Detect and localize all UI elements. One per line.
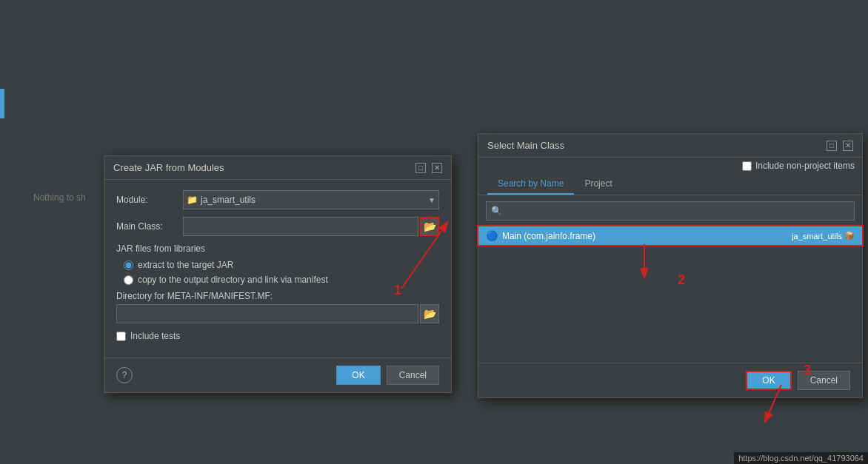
- main-class-ok-btn[interactable]: OK: [746, 371, 791, 390]
- jar-ok-btn[interactable]: OK: [336, 366, 380, 385]
- module-label: Module:: [116, 195, 183, 205]
- non-project-row: Include non-project items: [478, 158, 862, 171]
- main-class-dialog-title: Select Main Class: [487, 140, 564, 151]
- module-select[interactable]: 📁 ja_smart_utils ▼: [183, 190, 439, 209]
- tab-project[interactable]: Project: [574, 174, 622, 195]
- main-class-title-bar: Select Main Class □ ✕: [478, 134, 862, 158]
- module-badge-icon: 📦: [844, 231, 855, 241]
- search-icon: 🔍: [491, 206, 502, 216]
- main-class-input-wrap: 📂: [183, 217, 439, 236]
- results-list: 🔵 Main (com.jainfo.frame) ja_smart_utils…: [478, 226, 862, 360]
- radio-extract-label: extract to the target JAR: [138, 260, 233, 270]
- main-class-browse-btn[interactable]: 📂: [420, 217, 439, 236]
- blue-accent: [0, 89, 4, 118]
- main-class-input[interactable]: [183, 217, 418, 236]
- module-badge: ja_smart_utils 📦: [792, 231, 855, 241]
- jar-dialog-body: Module: 📁 ja_smart_utils ▼ Main Class: 📂…: [104, 180, 451, 357]
- module-badge-text: ja_smart_utils: [792, 232, 842, 241]
- dir-input[interactable]: [116, 304, 418, 323]
- include-tests-row: Include tests: [116, 331, 439, 341]
- tab-search-by-name[interactable]: Search by Name: [487, 174, 574, 195]
- jar-dialog-footer: ? OK Cancel: [104, 357, 451, 392]
- dir-label: Directory for META-INF/MANIFEST.MF:: [116, 291, 439, 301]
- main-class-maximize[interactable]: □: [827, 141, 837, 151]
- class-icon: 🔵: [486, 230, 498, 241]
- annotation-num3: 3: [804, 363, 811, 378]
- module-row: Module: 📁 ja_smart_utils ▼: [116, 190, 439, 209]
- module-dropdown-arrow: ▼: [428, 196, 435, 204]
- non-project-checkbox[interactable]: [742, 161, 752, 171]
- jar-dialog-title: Create JAR from Modules: [113, 162, 224, 173]
- radio-group: extract to the target JAR copy to the ou…: [124, 260, 439, 285]
- radio-copy[interactable]: [124, 275, 133, 285]
- browse-folder-icon: 📂: [424, 221, 436, 232]
- dir-browse-icon: 📂: [424, 308, 436, 320]
- radio-extract-row: extract to the target JAR: [124, 260, 439, 270]
- result-item-main[interactable]: 🔵 Main (com.jainfo.frame) ja_smart_utils…: [478, 226, 862, 245]
- nothing-text: Nothing to sh: [33, 192, 86, 203]
- main-class-dialog-controls: □ ✕: [827, 141, 853, 151]
- jar-dialog-maximize[interactable]: □: [415, 163, 426, 173]
- jar-dialog-close[interactable]: ✕: [432, 163, 442, 173]
- jar-dialog-controls: □ ✕: [415, 163, 442, 173]
- include-tests-label: Include tests: [130, 331, 180, 341]
- annotation-num2: 2: [678, 272, 685, 288]
- module-folder-icon: 📁: [187, 195, 198, 205]
- main-class-label: Main Class:: [116, 221, 183, 232]
- dialog-create-jar: Create JAR from Modules □ ✕ Module: 📁 ja…: [104, 155, 452, 393]
- non-project-label: Include non-project items: [755, 161, 855, 171]
- radio-copy-row: copy to the output directory and link vi…: [124, 275, 439, 285]
- jar-cancel-btn[interactable]: Cancel: [387, 366, 439, 385]
- url-bar: https://blog.csdn.net/qq_41793064: [734, 452, 868, 464]
- main-class-row: Main Class: 📂: [116, 217, 439, 236]
- dir-input-wrap: 📂: [116, 304, 439, 323]
- radio-extract[interactable]: [124, 260, 133, 270]
- jar-files-section-header: JAR files from libraries: [116, 243, 439, 254]
- jar-help-btn[interactable]: ?: [116, 367, 133, 383]
- class-name-text: Main (com.jainfo.frame): [502, 231, 792, 241]
- dir-browse-btn[interactable]: 📂: [420, 304, 439, 323]
- jar-dialog-title-bar: Create JAR from Modules □ ✕: [104, 156, 451, 180]
- include-tests-checkbox[interactable]: [116, 332, 126, 341]
- search-bar: 🔍: [486, 201, 855, 221]
- search-input[interactable]: [505, 206, 849, 216]
- main-class-close[interactable]: ✕: [843, 141, 853, 151]
- annotation-num1: 1: [394, 283, 401, 298]
- module-name-text: ja_smart_utils: [201, 195, 428, 205]
- main-class-tabs: Search by Name Project: [478, 174, 862, 195]
- dialog-select-main-class: Select Main Class □ ✕ Include non-projec…: [478, 133, 863, 398]
- radio-copy-label: copy to the output directory and link vi…: [138, 275, 328, 285]
- dir-input-row: 📂: [116, 304, 439, 323]
